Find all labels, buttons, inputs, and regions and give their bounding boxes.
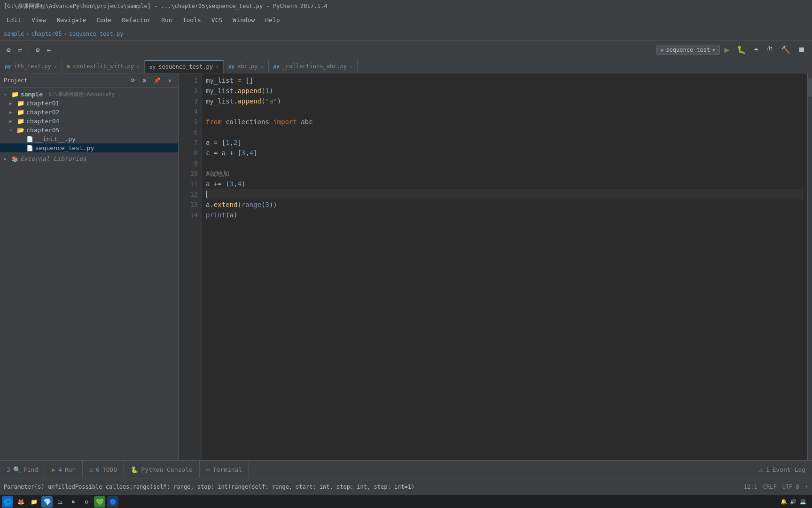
run-btn[interactable]: ▶	[722, 43, 733, 56]
folder-icon-chapter04: 📁	[17, 118, 24, 125]
menu-run[interactable]: Run	[156, 15, 177, 25]
tree-arrow-chapter01: ▶	[9, 101, 15, 106]
coverage-btn[interactable]: ☂	[751, 43, 761, 56]
taskbar: 🌐 🦊 📁 💎 🗂 ✖ ⚙ 💚 🔵 🔔 🔊 💻	[0, 495, 812, 508]
toolbar-sync-btn[interactable]: ⇄	[15, 44, 24, 56]
tree-arrow-chapter04: ▶	[9, 119, 15, 124]
code-line-8: c = a + [3,4]	[206, 148, 804, 158]
bottom-tab-todo[interactable]: ☑ 6 TODO	[83, 460, 124, 478]
bottom-tab-python-console[interactable]: 🐍 Python Console	[124, 460, 200, 478]
breadcrumb-chapter[interactable]: chapter05	[31, 31, 62, 37]
breadcrumb-file[interactable]: sequence_test.py	[69, 31, 124, 37]
menu-bar: Edit View Navigate Code Refactor Run Too…	[0, 13, 812, 27]
tab-icon-sequence: py	[149, 64, 156, 70]
code-content[interactable]: my_list = [] my_list.append(1) my_list.a…	[202, 73, 807, 460]
tree-sequence-test-py[interactable]: ▶ 📄 sequence_test.py	[0, 143, 178, 152]
menu-refactor[interactable]: Refactor	[117, 15, 156, 25]
status-position[interactable]: 12:1	[744, 484, 757, 490]
status-encoding[interactable]: UTF-8	[782, 484, 799, 490]
menu-tools[interactable]: Tools	[178, 15, 206, 25]
tree-label-chapter01: chapter01	[26, 100, 59, 107]
menu-help[interactable]: Help	[260, 15, 284, 25]
tab-close-abc[interactable]: ✕	[261, 64, 264, 69]
tab-close-contextlib[interactable]: ✕	[137, 64, 140, 69]
tab-ith-test[interactable]: py ith_test.py ✕	[0, 60, 62, 73]
title-bar: [G:\慕课网课程\AdvancePython\projects\sample]…	[0, 0, 812, 13]
tree-chapter05[interactable]: ▾ 📂 chapter05	[0, 126, 178, 135]
text-cursor	[206, 190, 207, 198]
tree-chapter02[interactable]: ▶ 📁 chapter02	[0, 108, 178, 117]
toolbar-settings-btn[interactable]: ⚙	[4, 44, 13, 56]
breadcrumb: sample › chapter05 › sequence_test.py	[0, 27, 812, 40]
sidebar-sync-icon[interactable]: ⟳	[128, 75, 138, 86]
taskbar-icon-x[interactable]: ✖	[68, 496, 79, 508]
toolbar-gear-btn[interactable]: ⚙	[33, 44, 42, 56]
tree-root-sample[interactable]: ▾ 📁 sample G:\慕课网课程\AdvancePy	[0, 90, 178, 99]
editor-area: 1 2 3 4 5 6 7 8 9 10 11 12 13 14 my_list…	[179, 73, 807, 460]
tab-close-ith[interactable]: ✕	[54, 64, 57, 69]
code-line-6	[206, 127, 804, 137]
taskbar-icon-explorer[interactable]: 🗂	[55, 496, 66, 508]
tab-abc[interactable]: py abc.py ✕	[224, 60, 269, 73]
tab-label-contextlib: contextlib_with.py	[73, 63, 134, 70]
run-config-name: sequence_test	[666, 47, 710, 53]
terminal-label: Terminal	[213, 466, 242, 473]
tree-chapter01[interactable]: ▶ 📁 chapter01	[0, 99, 178, 108]
taskbar-icon-files[interactable]: 📁	[28, 496, 39, 508]
taskbar-icon-green[interactable]: 💚	[94, 496, 105, 508]
tree-label-chapter04: chapter04	[26, 118, 59, 125]
status-line-ending[interactable]: CRLF	[763, 484, 777, 490]
tab-sequence-test[interactable]: py sequence_test.py ✕	[145, 60, 224, 73]
taskbar-icons-right: 🔔 🔊 💻	[781, 499, 806, 505]
tab-close-collections[interactable]: ✕	[350, 64, 352, 69]
status-extra: ⚡	[805, 484, 808, 490]
menu-code[interactable]: Code	[92, 15, 116, 25]
menu-view[interactable]: View	[27, 15, 51, 25]
taskbar-icon-globe[interactable]: 🌐	[2, 496, 13, 508]
sidebar-header: Project ⟳ ⚙ 📌 ✕	[0, 73, 178, 88]
tree-chapter04[interactable]: ▶ 📁 chapter04	[0, 117, 178, 126]
code-1-var: my_list = []	[206, 75, 253, 86]
tab-contextlib[interactable]: ● contextlib_with.py ✕	[62, 60, 145, 73]
bottom-tab-event-log[interactable]: ⚠ 1 Event Log	[753, 460, 812, 478]
code-editor[interactable]: 1 2 3 4 5 6 7 8 9 10 11 12 13 14 my_list…	[179, 73, 807, 460]
toolbar-arrow-btn[interactable]: ⇤	[44, 44, 54, 56]
debug-btn[interactable]: 🐛	[734, 43, 749, 56]
bottom-tab-find[interactable]: 3 🔍 Find	[0, 460, 45, 478]
bottom-tab-terminal[interactable]: ▭ Terminal	[200, 460, 249, 478]
tree-external-libs[interactable]: ▶ 📚 External Libraries	[0, 154, 178, 163]
tab-label-abc: abc.py	[237, 63, 258, 70]
build-btn[interactable]: 🔨	[778, 43, 793, 56]
right-scrollbar[interactable]	[807, 73, 812, 460]
code-8-content: c = a + [3,4]	[206, 148, 258, 158]
sidebar-gear-icon[interactable]: ⚙	[140, 75, 149, 86]
code-13-content: a.extend(range(3))	[206, 199, 277, 210]
stop-btn[interactable]: ⏹	[795, 43, 808, 56]
tab-collections-abc[interactable]: py _collections_abc.py ✕	[269, 60, 358, 73]
menu-edit[interactable]: Edit	[2, 15, 26, 25]
taskbar-time: 🔔 🔊 💻	[781, 499, 810, 505]
tree-init-py[interactable]: ▶ 📄 __init__.py	[0, 135, 178, 143]
taskbar-icon-pycharm[interactable]: 💎	[41, 496, 53, 508]
find-tab-label: Find	[23, 466, 38, 473]
breadcrumb-sample[interactable]: sample	[4, 31, 24, 37]
tab-close-sequence[interactable]: ✕	[216, 64, 219, 70]
run-tab-num: 4	[58, 466, 62, 473]
code-line-2: my_list.append(1)	[206, 86, 804, 96]
taskbar-icon-firefox[interactable]: 🦊	[15, 496, 26, 508]
menu-navigate[interactable]: Navigate	[52, 15, 91, 25]
linenum-9: 9	[179, 158, 198, 168]
sidebar-pin-icon[interactable]: 📌	[151, 75, 164, 86]
ext-lib-icon: 📚	[11, 156, 18, 162]
code-line-5: from collections import abc	[206, 117, 804, 127]
run-config-selector[interactable]: ▶ sequence_test ▾	[656, 45, 719, 55]
menu-vcs[interactable]: VCS	[207, 15, 227, 25]
taskbar-icon-blue[interactable]: 🔵	[107, 496, 118, 508]
sidebar-close-icon[interactable]: ✕	[165, 75, 174, 86]
menu-window[interactable]: Window	[228, 15, 259, 25]
bottom-tab-run[interactable]: ▶ 4 Run	[45, 460, 83, 478]
profile-btn[interactable]: ⏱	[763, 43, 776, 56]
taskbar-icon-settings[interactable]: ⚙	[81, 496, 92, 508]
breadcrumb-sep-1: ›	[26, 31, 29, 37]
linenum-4: 4	[179, 106, 198, 117]
